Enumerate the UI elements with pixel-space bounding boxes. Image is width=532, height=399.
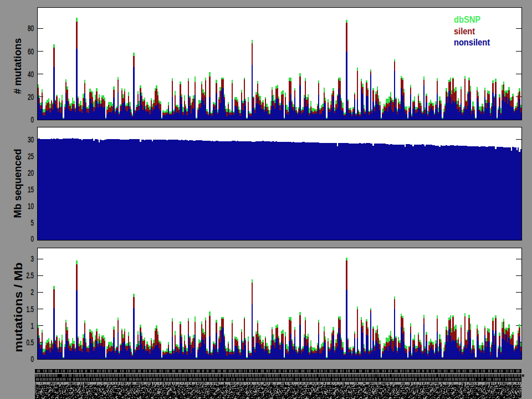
svg-text:nonsilent: nonsilent — [454, 38, 490, 47]
svg-text:2.5: 2.5 — [26, 272, 34, 280]
svg-text:80: 80 — [28, 24, 34, 33]
svg-text:0.5: 0.5 — [26, 338, 34, 347]
svg-text:1: 1 — [31, 321, 34, 330]
svg-text:0: 0 — [31, 355, 34, 364]
svg-text:20: 20 — [28, 168, 34, 177]
svg-text:mutations / Mb: mutations / Mb — [12, 263, 24, 352]
svg-text:25: 25 — [28, 152, 34, 161]
svg-text:# mutations: # mutations — [12, 38, 23, 94]
svg-text:0: 0 — [31, 115, 34, 124]
svg-text:0: 0 — [31, 234, 34, 243]
svg-text:10: 10 — [28, 202, 34, 211]
svg-text:40: 40 — [28, 70, 34, 79]
svg-text:1.5: 1.5 — [26, 305, 34, 314]
svg-text:60: 60 — [28, 47, 34, 56]
svg-text:dbSNP: dbSNP — [454, 15, 480, 24]
svg-text:5: 5 — [31, 219, 34, 228]
svg-text:30: 30 — [28, 135, 34, 144]
svg-text:15: 15 — [28, 185, 34, 194]
svg-text:3: 3 — [31, 254, 34, 263]
svg-text:20: 20 — [28, 93, 34, 101]
svg-text:2: 2 — [31, 288, 34, 297]
svg-text:Mb sequenced: Mb sequenced — [12, 149, 23, 218]
svg-text:silent: silent — [454, 27, 475, 36]
